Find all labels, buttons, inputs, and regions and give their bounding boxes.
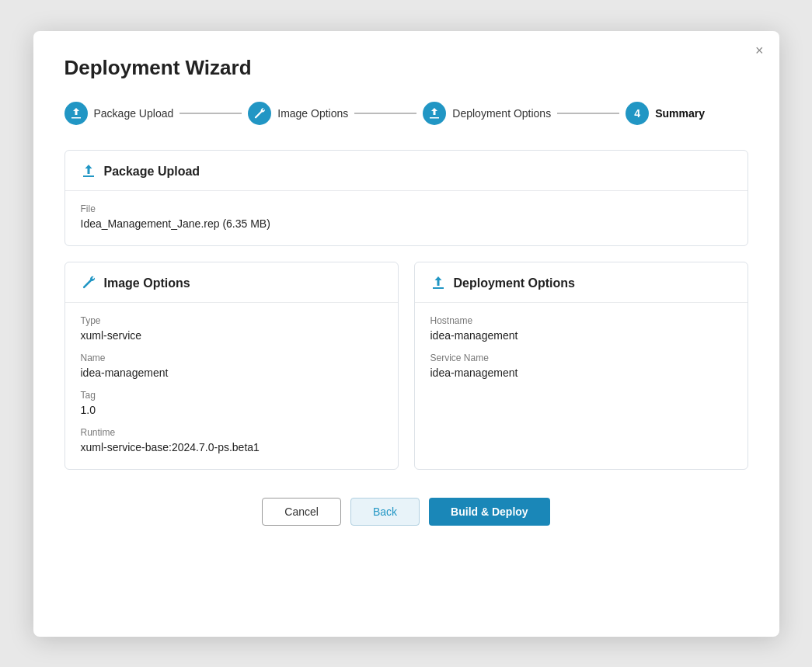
deployment-options-header-icon <box>430 275 446 293</box>
dialog-title: Deployment Wizard <box>64 56 748 80</box>
hostname-label: Hostname <box>430 315 732 326</box>
image-tag-value: 1.0 <box>81 404 382 416</box>
image-tag-label: Tag <box>81 390 382 401</box>
connector-3 <box>557 113 619 114</box>
package-upload-card-body: File Idea_Management_Jane.rep (6.35 MB) <box>65 191 748 245</box>
step-label-3: Deployment Options <box>452 107 551 120</box>
image-options-card-body: Type xuml-service Name idea-management T… <box>65 303 398 469</box>
stepper: Package Upload Image Options Deployment … <box>64 102 748 125</box>
package-upload-header-icon <box>81 163 96 181</box>
deployment-options-card: Deployment Options Hostname idea-managem… <box>414 262 748 470</box>
close-button[interactable]: × <box>755 43 764 57</box>
wrench-icon <box>253 107 266 120</box>
image-runtime-label: Runtime <box>81 427 382 438</box>
image-options-header-icon <box>81 275 96 293</box>
image-options-card: Image Options Type xuml-service Name ide… <box>64 262 399 470</box>
step-circle-2 <box>248 102 271 125</box>
image-type-value: xuml-service <box>81 329 382 342</box>
deployment-options-card-header: Deployment Options <box>415 262 748 303</box>
image-options-card-title: Image Options <box>104 276 190 290</box>
deployment-options-card-title: Deployment Options <box>454 276 575 290</box>
dialog-footer: Cancel Back Build & Deploy <box>64 498 748 526</box>
cancel-button[interactable]: Cancel <box>262 498 341 526</box>
step-label-2: Image Options <box>277 107 348 120</box>
step-circle-1 <box>64 102 88 125</box>
back-button[interactable]: Back <box>350 498 420 526</box>
image-name-value: idea-management <box>81 367 382 379</box>
image-name-label: Name <box>81 353 382 363</box>
image-runtime-value: xuml-service-base:2024.7.0-ps.beta1 <box>81 441 382 453</box>
file-label: File <box>81 203 732 214</box>
service-name-label: Service Name <box>430 353 732 363</box>
deployment-options-card-body: Hostname idea-management Service Name id… <box>415 303 748 394</box>
step-label-4: Summary <box>655 107 705 120</box>
image-type-label: Type <box>81 315 382 326</box>
package-upload-card-title: Package Upload <box>104 165 200 179</box>
step-deployment-options: Deployment Options <box>423 102 551 125</box>
image-options-card-header: Image Options <box>65 262 398 303</box>
upload-icon-1 <box>70 107 82 120</box>
step-circle-3 <box>423 102 446 125</box>
hostname-value: idea-management <box>430 329 732 342</box>
service-name-value: idea-management <box>430 367 732 379</box>
step-label-1: Package Upload <box>94 107 174 120</box>
package-upload-card-header: Package Upload <box>65 151 748 191</box>
connector-1 <box>179 113 242 114</box>
connector-2 <box>354 113 416 114</box>
build-deploy-button[interactable]: Build & Deploy <box>429 498 550 526</box>
upload-icon-3 <box>428 107 441 120</box>
step-circle-4: 4 <box>626 102 649 125</box>
two-col-section: Image Options Type xuml-service Name ide… <box>64 262 748 470</box>
deployment-wizard-dialog: × Deployment Wizard Package Upload Image… <box>33 31 779 637</box>
package-upload-card: Package Upload File Idea_Management_Jane… <box>64 150 748 246</box>
step-package-upload: Package Upload <box>64 102 174 125</box>
file-value: Idea_Management_Jane.rep (6.35 MB) <box>81 217 732 230</box>
step-image-options: Image Options <box>248 102 348 125</box>
step-summary: 4 Summary <box>626 102 705 125</box>
